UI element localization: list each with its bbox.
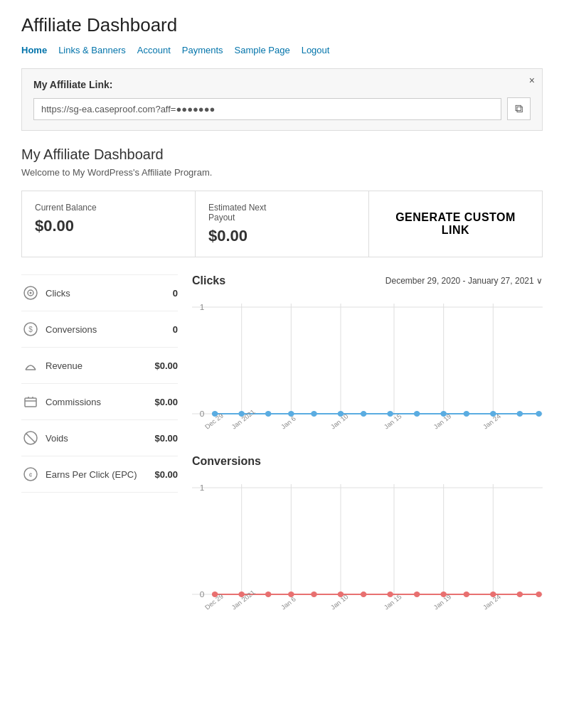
main-nav: Home Links & Banners Account Payments Sa… [21,45,543,55]
commissions-value: $0.00 [154,397,178,407]
svg-text:$: $ [28,326,33,333]
top-stats-row: Current Balance $0.00 Estimated NextPayo… [21,191,543,257]
next-payout-label: Estimated NextPayout [208,203,356,223]
svg-point-61 [361,592,367,597]
conversions-chart-section: Conversions 1 0 [192,455,543,616]
svg-text:Jan 15: Jan 15 [383,413,403,431]
conversions-chart-title: Conversions [192,455,261,468]
nav-logout[interactable]: Logout [302,45,330,55]
voids-value: $0.00 [154,433,178,444]
svg-point-28 [311,411,317,417]
nav-home[interactable]: Home [21,45,47,55]
svg-point-30 [361,411,367,417]
conversions-chart-container: 1 0 [192,473,543,616]
nav-sample-page[interactable]: Sample Page [235,45,290,55]
svg-point-67 [517,592,523,597]
svg-point-34 [464,411,470,417]
epc-label: Earns Per Click (EPC) [46,469,137,480]
welcome-text: Welcome to My WordPress's Affiliate Prog… [21,167,543,178]
voids-icon [21,429,40,447]
clicks-chart-title: Clicks [192,274,225,287]
svg-point-65 [464,592,470,597]
svg-point-2 [30,292,32,294]
svg-point-32 [414,411,420,417]
affiliate-link-box: × My Affiliate Link: ⧉ [21,68,543,131]
conversions-value: 0 [173,324,178,335]
nav-links-banners[interactable]: Links & Banners [58,45,126,55]
clicks-chart-header: Clicks December 29, 2020 - January 27, 2… [192,274,543,287]
svg-point-68 [536,592,542,597]
copy-button[interactable]: ⧉ [507,97,531,120]
clicks-label: Clicks [46,288,70,299]
close-button[interactable]: × [529,75,535,86]
main-content: Clicks 0 $ Conversions 0 [21,274,543,636]
revenue-icon [21,356,40,375]
voids-stat-row: Voids $0.00 [21,420,178,456]
clicks-icon [21,284,40,302]
current-balance-card: Current Balance $0.00 [22,191,196,257]
svg-point-36 [517,411,523,417]
svg-point-31 [387,411,393,417]
svg-text:Jan 6: Jan 6 [280,415,297,431]
svg-point-63 [414,592,420,597]
current-balance-label: Current Balance [35,203,182,213]
clicks-date-range[interactable]: December 29, 2020 - January 27, 2021 ∨ [385,276,543,286]
svg-point-37 [536,411,542,417]
epc-stat-row: ¢ Earns Per Click (EPC) $0.00 [21,456,178,493]
clicks-value: 0 [173,288,178,299]
clicks-chart-svg: 1 0 [192,293,543,435]
dashboard-title: My Affiliate Dashboard [21,146,543,163]
svg-text:Jan 6: Jan 6 [280,596,297,611]
nav-account[interactable]: Account [137,45,171,55]
commissions-label: Commissions [46,397,101,407]
conversions-icon: $ [21,320,40,338]
affiliate-link-input[interactable] [33,98,501,120]
left-stats: Clicks 0 $ Conversions 0 [21,274,178,636]
commissions-icon [21,392,40,411]
conversions-label: Conversions [46,324,97,335]
revenue-value: $0.00 [154,360,178,371]
revenue-stat-row: Revenue $0.00 [21,348,178,384]
svg-rect-6 [25,398,36,407]
svg-point-26 [265,411,272,417]
svg-text:1: 1 [200,483,205,492]
svg-point-59 [311,592,317,597]
voids-label: Voids [46,433,68,444]
svg-text:1: 1 [200,303,205,311]
svg-text:0: 0 [200,590,205,599]
clicks-stat-row: Clicks 0 [21,274,178,311]
affiliate-link-title: My Affiliate Link: [33,79,531,90]
commissions-stat-row: Commissions $0.00 [21,384,178,420]
svg-text:¢: ¢ [28,471,32,478]
nav-payments[interactable]: Payments [182,45,223,55]
conversions-stat-row: $ Conversions 0 [21,311,178,348]
page-title: Affiliate Dashboard [21,14,543,36]
svg-point-62 [387,592,393,597]
svg-point-57 [265,592,272,597]
epc-value: $0.00 [154,469,178,480]
svg-line-11 [26,434,35,442]
clicks-chart-section: Clicks December 29, 2020 - January 27, 2… [192,274,543,435]
generate-custom-link-button[interactable]: GENERATE CUSTOM LINK [369,191,542,257]
conversions-chart-svg: 1 0 [192,473,543,616]
svg-text:Jan 15: Jan 15 [383,594,403,611]
svg-text:0: 0 [200,410,205,418]
revenue-label: Revenue [46,360,83,371]
right-charts: Clicks December 29, 2020 - January 27, 2… [192,274,543,636]
affiliate-link-row: ⧉ [33,97,531,120]
clicks-chart-container: 1 0 [192,293,543,435]
conversions-chart-header: Conversions [192,455,543,468]
next-payout-card: Estimated NextPayout $0.00 [196,191,369,257]
current-balance-value: $0.00 [35,217,182,235]
next-payout-value: $0.00 [208,227,356,245]
epc-icon: ¢ [21,465,40,483]
